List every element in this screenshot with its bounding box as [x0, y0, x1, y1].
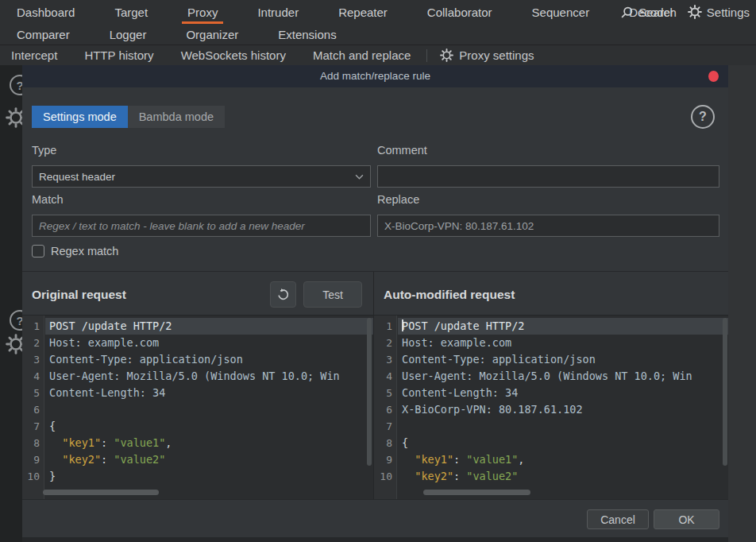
replace-label: Replace [377, 193, 419, 206]
code-line[interactable]: POST /update HTTP/2 [398, 318, 728, 335]
line-number: 1 [22, 318, 44, 335]
match-label: Match [32, 193, 64, 206]
test-button[interactable]: Test [303, 281, 362, 308]
line-number: 5 [374, 385, 396, 401]
bambda-mode-button[interactable]: Bambda mode [128, 106, 225, 128]
code-line[interactable]: { [45, 418, 373, 435]
tab-comparer[interactable]: Comparer [11, 24, 75, 45]
subtab-http-history[interactable]: HTTP history [83, 48, 155, 62]
code-line[interactable]: Host: example.com [45, 335, 373, 351]
line-number: 3 [22, 351, 44, 368]
code-line[interactable]: "key2": "value2" [398, 468, 728, 485]
proxy-subtabs: InterceptHTTP historyWebSockets historyM… [10, 48, 412, 62]
code-line[interactable]: } [45, 468, 373, 485]
line-number: 2 [374, 335, 396, 351]
line-number: 8 [22, 435, 44, 451]
code-line[interactable]: User-Agent: Mozilla/5.0 (Windows NT 10.0… [398, 368, 728, 385]
code-line[interactable]: "key1": "value1", [45, 435, 373, 451]
subtab-proxy-settings[interactable]: Proxy settings [440, 48, 534, 62]
regex-match-checkbox[interactable] [32, 245, 44, 257]
mode-toggle: Settings mode Bambda mode [32, 106, 225, 128]
code-line[interactable]: Content-Length: 34 [45, 385, 373, 401]
type-label: Type [32, 144, 56, 157]
ok-button[interactable]: OK [654, 509, 719, 529]
line-number: 9 [374, 451, 396, 468]
line-number: 2 [22, 335, 44, 351]
tab-repeater[interactable]: Repeater [333, 0, 393, 24]
topbar-actions: Search Settings [620, 0, 750, 24]
code-line[interactable]: User-Agent: Mozilla/5.0 (Windows NT 10.0… [45, 368, 373, 385]
tab-dashboard[interactable]: Dashboard [11, 0, 80, 24]
divider [22, 499, 728, 500]
tab-proxy[interactable]: Proxy [182, 0, 223, 24]
line-number: 3 [374, 351, 396, 368]
original-editor-hscrollbar[interactable] [43, 490, 159, 495]
match-input[interactable] [32, 215, 371, 237]
help-icon[interactable]: ? [10, 75, 22, 95]
original-request-editor[interactable]: 12345678910 POST /update HTTP/2Host: exa… [22, 315, 373, 499]
chevron-down-icon [355, 174, 364, 180]
tab-organizer[interactable]: Organizer [180, 24, 244, 45]
code-line[interactable]: Content-Type: application/json [45, 351, 373, 368]
code-line[interactable]: Content-Type: application/json [398, 351, 728, 368]
line-number: 6 [374, 401, 396, 418]
code-line[interactable]: "key1": "value1", [398, 451, 728, 468]
settings-mode-button[interactable]: Settings mode [32, 106, 128, 128]
proxy-settings-label: Proxy settings [459, 48, 534, 62]
modified-editor-hscrollbar[interactable] [423, 490, 530, 495]
settings-button[interactable]: Settings [688, 5, 750, 19]
regex-match-label: Regex match [51, 245, 118, 257]
subtab-intercept[interactable]: Intercept [10, 48, 59, 62]
line-number: 7 [374, 418, 396, 435]
code-line[interactable]: { [398, 435, 728, 451]
gear-icon[interactable] [6, 334, 22, 354]
code-line[interactable]: Content-Length: 34 [398, 385, 728, 401]
undo-button[interactable] [270, 281, 296, 308]
help-icon[interactable]: ? [10, 310, 22, 331]
tab-extensions[interactable]: Extensions [272, 24, 341, 45]
undo-icon [276, 288, 290, 301]
original-editor-lines: POST /update HTTP/2Host: example.comCont… [45, 316, 373, 499]
tab-logger[interactable]: Logger [104, 24, 152, 45]
tab-collaborator[interactable]: Collaborator [422, 0, 498, 24]
replace-input[interactable] [377, 215, 719, 237]
line-number: 4 [22, 368, 44, 385]
line-number: 6 [22, 401, 44, 418]
code-line[interactable]: POST /update HTTP/2 [45, 318, 373, 335]
code-line[interactable]: X-BioCorp-VPN: 80.187.61.102 [398, 401, 728, 418]
line-number: 1 [374, 318, 396, 335]
code-line[interactable]: "key2": "value2" [45, 451, 373, 468]
record-indicator-icon [708, 71, 719, 82]
search-button[interactable]: Search [620, 6, 677, 19]
secondary-tab-row: ComparerLoggerOrganizerExtensions [0, 24, 756, 45]
burp-suite-window: DashboardTargetProxyIntruderRepeaterColl… [0, 0, 756, 542]
modified-editor-vscrollbar[interactable] [723, 318, 727, 466]
comment-input[interactable] [377, 165, 719, 188]
gear-icon[interactable] [6, 107, 22, 128]
cancel-button[interactable]: Cancel [587, 509, 649, 529]
line-number: 10 [374, 468, 396, 485]
tab-target[interactable]: Target [109, 0, 153, 24]
code-line[interactable] [398, 418, 728, 435]
proxy-subtab-bar: InterceptHTTP historyWebSockets historyM… [0, 45, 756, 65]
original-editor-vscrollbar[interactable] [367, 318, 372, 466]
tab-sequencer[interactable]: Sequencer [526, 0, 596, 24]
help-icon[interactable]: ? [691, 105, 715, 129]
modified-editor-gutter: 12345678910 [374, 316, 397, 499]
type-dropdown-value: Request header [39, 171, 115, 183]
tab-intruder[interactable]: Intruder [252, 0, 304, 24]
comment-label: Comment [377, 144, 427, 157]
dialog-title: Add match/replace rule [22, 65, 728, 87]
modified-request-editor[interactable]: 12345678910 POST /update HTTP/2Host: exa… [374, 315, 728, 499]
line-number: 9 [22, 451, 44, 468]
subtab-divider [426, 49, 427, 62]
subtab-websockets-history[interactable]: WebSockets history [179, 48, 287, 62]
subtab-match-and-replace[interactable]: Match and replace [311, 48, 412, 62]
code-line[interactable]: Host: example.com [398, 335, 728, 351]
code-line[interactable] [45, 401, 373, 418]
type-dropdown[interactable]: Request header [32, 165, 371, 188]
line-number: 4 [374, 368, 396, 385]
search-label: Search [638, 6, 677, 19]
modified-editor-lines: POST /update HTTP/2Host: example.comCont… [398, 316, 728, 499]
settings-label: Settings [707, 6, 750, 19]
